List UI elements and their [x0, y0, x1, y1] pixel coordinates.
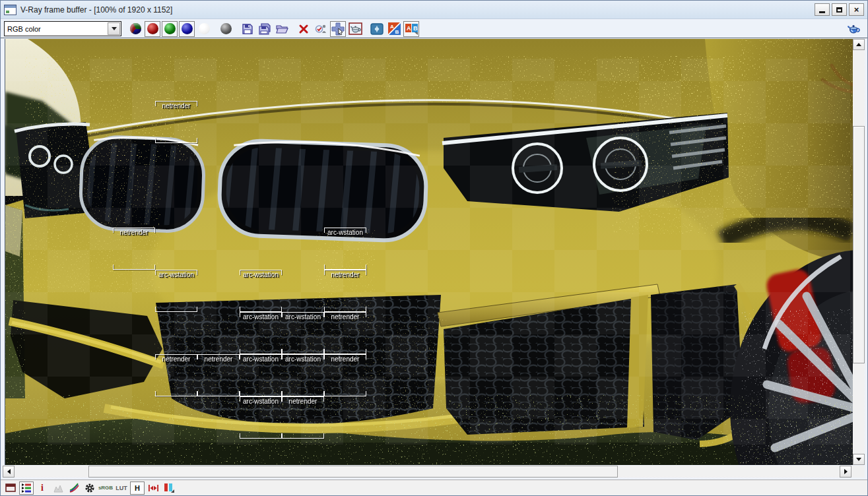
srgb-toggle-button[interactable]: sRGB — [98, 481, 113, 495]
clear-image-button[interactable] — [296, 21, 312, 37]
render-bucket: arc-wstation — [282, 312, 324, 354]
double-arrow-icon — [148, 483, 159, 493]
bucket-host-label: netrender — [331, 356, 360, 363]
bucket-host-label: netrender — [205, 356, 233, 363]
minimize-icon — [819, 11, 825, 13]
close-button[interactable]: × — [849, 3, 864, 16]
bucket-host-label: arc-wstation — [243, 398, 279, 405]
vertical-scroll-thumb[interactable] — [853, 126, 865, 363]
render-bucket: netrender — [155, 101, 197, 143]
bucket-host-label: arc-wstation — [327, 229, 363, 236]
scroll-left-button[interactable] — [3, 466, 15, 478]
color-curves-button[interactable] — [67, 481, 81, 495]
bucket-host-label: netrender — [331, 313, 360, 321]
vfb-window-icon — [5, 483, 16, 492]
bucket-host-label: arc-wstation — [285, 313, 321, 321]
channel-dropdown-value: RGB color — [5, 25, 107, 33]
ab-diagonal-icon: A B — [388, 22, 401, 35]
svg-text:A: A — [407, 25, 411, 32]
render-bucket: netrender — [197, 354, 240, 396]
channel-dropdown[interactable]: RGB color — [4, 21, 121, 36]
render-bucket: arc-wstation — [155, 270, 197, 312]
arrow-down-icon — [856, 458, 861, 461]
render-viewport: netrendernetrenderarc-wstationarc-wstati… — [5, 39, 853, 465]
render-bucket: arc-wstation — [240, 270, 282, 312]
alpha-sphere-icon — [199, 23, 210, 34]
pixel-information-button[interactable]: i — [35, 481, 50, 495]
render-bucket: arc-wstation — [282, 354, 324, 396]
render-teapot-button[interactable] — [846, 21, 861, 37]
person-check-button[interactable] — [313, 21, 329, 37]
stereo-compare-icon — [370, 23, 384, 35]
rgb-channels-sphere-button[interactable] — [127, 21, 143, 37]
bucket-layer: netrendernetrenderarc-wstationarc-wstati… — [5, 39, 853, 465]
gear-icon — [84, 483, 95, 493]
h-toggle-button[interactable]: H — [130, 481, 145, 495]
stereo-compare-button[interactable] — [369, 21, 385, 37]
vfb-window-button[interactable] — [3, 481, 18, 495]
ab-compare-diagonal-button[interactable]: A B — [386, 21, 402, 37]
load-folder-icon — [276, 24, 288, 34]
region-render-teapot-icon — [349, 22, 362, 35]
load-image-button[interactable] — [274, 21, 290, 37]
bucket-host-label: netrender — [331, 271, 360, 278]
horizontal-scrollbar[interactable] — [3, 466, 851, 478]
render-bucket: arc-wstation — [240, 354, 282, 396]
scrollbar-corner — [851, 466, 865, 478]
vertical-scrollbar[interactable] — [853, 39, 865, 465]
force-range-arrows-button[interactable] — [146, 481, 160, 495]
bucket-host-label: netrender — [162, 102, 191, 109]
svg-text:A: A — [390, 24, 394, 30]
color-curves-icon — [69, 483, 79, 493]
alpha-channel-button[interactable] — [196, 21, 212, 37]
chevron-down-icon[interactable] — [108, 22, 120, 35]
bottom-toolbar: i sRGB LUT H — [1, 480, 867, 495]
lut-icon: LUT — [116, 485, 127, 491]
show-color-corrections-button[interactable] — [19, 481, 34, 495]
histogram-button[interactable] — [51, 481, 65, 495]
save-floppy-icon — [242, 23, 253, 35]
monochromatic-channel-button[interactable] — [218, 21, 234, 37]
maximize-button[interactable] — [832, 3, 847, 16]
svg-text:B: B — [413, 25, 418, 32]
title-bar[interactable]: V-Ray frame buffer - [100% of 1920 x 115… — [1, 1, 867, 19]
compare-split-bars-button[interactable] — [162, 481, 176, 495]
render-bucket: arc-wstation — [240, 312, 282, 354]
render-teapot-icon — [846, 23, 861, 35]
close-icon: × — [854, 5, 859, 14]
save-image-button[interactable] — [240, 21, 255, 37]
lut-toggle-button[interactable]: LUT — [114, 481, 129, 495]
h-toggle-icon: H — [135, 484, 140, 492]
save-all-image-channels-button[interactable] — [257, 21, 273, 37]
render-bucket: netrender — [324, 354, 366, 396]
pixel-info-icon: i — [41, 483, 44, 493]
track-mouse-while-rendering-button[interactable] — [330, 21, 346, 37]
mono-sphere-icon — [220, 23, 232, 34]
track-mouse-cursor-icon — [331, 22, 345, 36]
bucket-host-label: netrender — [120, 229, 149, 236]
save-channels-floppies-icon — [258, 23, 271, 35]
histogram-icon — [53, 483, 63, 493]
arrow-up-icon — [856, 43, 861, 46]
app-window-icon — [4, 5, 17, 15]
bucket-host-label: arc-wstation — [243, 271, 279, 278]
scroll-up-button[interactable] — [853, 39, 865, 50]
clear-x-icon — [298, 24, 309, 34]
correction-gear-button[interactable] — [83, 481, 97, 495]
vray-frame-buffer-window: V-Ray frame buffer - [100% of 1920 x 115… — [0, 0, 868, 496]
region-render-teapot-button[interactable] — [347, 21, 363, 37]
scroll-right-button[interactable] — [840, 466, 851, 478]
horizontal-scroll-thumb[interactable] — [88, 466, 618, 478]
blue-channel-button[interactable] — [179, 21, 195, 37]
render-bucket: netrender — [113, 228, 155, 270]
maximize-icon — [836, 7, 842, 13]
ab-compare-horizontal-button[interactable]: A B — [403, 21, 419, 37]
minimize-button[interactable] — [815, 3, 830, 16]
arrow-left-icon — [7, 469, 11, 474]
red-channel-button[interactable] — [145, 21, 160, 37]
green-channel-button[interactable] — [162, 21, 178, 37]
arrow-right-icon — [844, 469, 848, 474]
scroll-down-button[interactable] — [853, 454, 865, 465]
person-check-icon — [315, 23, 327, 34]
color-corrections-levels-icon — [20, 482, 32, 493]
